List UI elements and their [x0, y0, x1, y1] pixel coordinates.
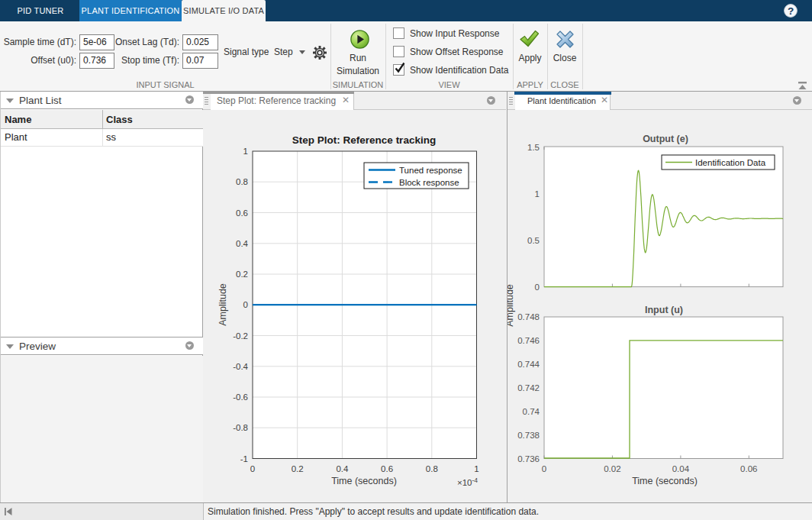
- svg-text:1: 1: [535, 189, 540, 199]
- svg-text:0.2: 0.2: [236, 270, 248, 279]
- svg-text:Time (seconds): Time (seconds): [331, 476, 397, 486]
- svg-text:0: 0: [250, 464, 255, 473]
- svg-text:0.746: 0.746: [517, 336, 540, 345]
- svg-text:0.8: 0.8: [236, 177, 248, 186]
- svg-text:1: 1: [243, 147, 248, 156]
- svg-text:0.744: 0.744: [517, 360, 540, 369]
- svg-text:0: 0: [243, 300, 248, 309]
- svg-text:0.8: 0.8: [426, 464, 438, 473]
- svg-text:?: ?: [788, 5, 794, 17]
- svg-text:-1: -1: [240, 454, 248, 463]
- svg-text:0.06: 0.06: [740, 464, 757, 473]
- svg-text:1: 1: [474, 464, 478, 473]
- svg-text:0.2: 0.2: [292, 464, 304, 473]
- svg-text:-0.2: -0.2: [233, 331, 248, 341]
- svg-text:0.5: 0.5: [527, 236, 540, 245]
- svg-text:0.4: 0.4: [236, 239, 249, 248]
- svg-text:Block response: Block response: [399, 178, 459, 187]
- svg-text:Amplitude: Amplitude: [218, 283, 228, 326]
- svg-text:0.02: 0.02: [604, 464, 620, 473]
- svg-text:0.6: 0.6: [236, 208, 248, 218]
- svg-text:Input (u): Input (u): [645, 305, 683, 315]
- svg-text:0.748: 0.748: [517, 312, 540, 321]
- svg-text:0.04: 0.04: [672, 464, 690, 473]
- svg-text:Tuned response: Tuned response: [399, 166, 462, 175]
- svg-text:0.736: 0.736: [517, 454, 540, 463]
- svg-text:1.5: 1.5: [527, 143, 540, 152]
- svg-text:Amplitude: Amplitude: [508, 284, 515, 327]
- svg-text:Step Plot: Reference tracking: Step Plot: Reference tracking: [292, 134, 436, 146]
- svg-text:Identification Data: Identification Data: [695, 158, 766, 167]
- svg-text:Output (e): Output (e): [643, 134, 688, 144]
- svg-text:0: 0: [535, 283, 540, 292]
- svg-text:-0.8: -0.8: [233, 423, 248, 432]
- svg-text:0.742: 0.742: [517, 383, 540, 392]
- svg-text:0.738: 0.738: [517, 431, 540, 440]
- svg-text:0.4: 0.4: [336, 464, 349, 473]
- svg-text:-0.6: -0.6: [233, 392, 248, 402]
- svg-text:-0.4: -0.4: [233, 362, 248, 371]
- svg-text:Time (seconds): Time (seconds): [632, 476, 698, 486]
- svg-text:0: 0: [542, 464, 546, 473]
- svg-text:0.74: 0.74: [523, 407, 540, 416]
- svg-text:0.6: 0.6: [381, 464, 393, 473]
